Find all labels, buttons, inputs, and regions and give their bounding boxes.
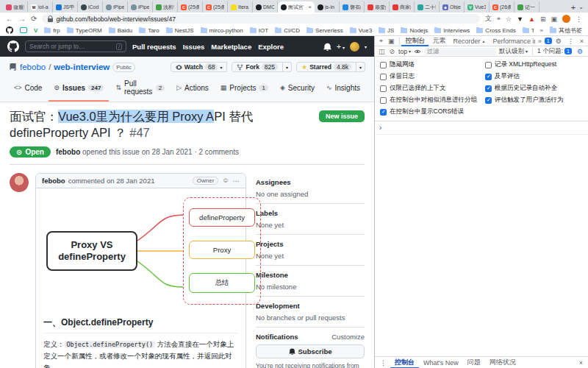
bilibili-bookmark-icon[interactable] bbox=[20, 27, 27, 33]
tab-close-icon[interactable]: × bbox=[308, 4, 312, 10]
github-nav-item[interactable]: Pull requests bbox=[132, 43, 176, 51]
customize-link[interactable]: Customize bbox=[331, 333, 365, 341]
translate-icon[interactable]: 文 bbox=[485, 14, 492, 24]
bookmark-folder[interactable]: mirco-python bbox=[201, 27, 243, 34]
issues-counter-badge[interactable]: 1 bbox=[545, 38, 552, 44]
browser-tab[interactable]: iPipe bbox=[128, 1, 153, 13]
browser-tab[interactable]: ◆ Obje bbox=[440, 1, 465, 13]
browser-tab[interactable]: C (25条 bbox=[178, 1, 203, 13]
assignees-section[interactable]: Assignees No one assigned bbox=[256, 173, 365, 204]
devtools-kebab-icon[interactable]: ⋮ bbox=[565, 38, 576, 45]
browser-tab[interactable]: 微服! bbox=[3, 1, 28, 13]
browser-tab[interactable]: iCod bbox=[78, 1, 103, 13]
bookmarks-overflow-chevron[interactable]: » bbox=[540, 27, 543, 34]
browser-tab[interactable]: Itera bbox=[228, 1, 253, 13]
bookmark-folder[interactable]: Taro bbox=[139, 27, 159, 34]
browser-tab[interactable]: 最爱的 bbox=[365, 1, 390, 13]
console-filter-input[interactable]: 过滤 bbox=[424, 48, 496, 55]
browser-tab[interactable]: 面试官 × bbox=[278, 1, 315, 13]
devtools-close-icon[interactable]: × bbox=[578, 38, 586, 45]
address-bar[interactable]: github.com/febobo/web-interview/issues/4… bbox=[42, 14, 480, 24]
drawer-tab[interactable]: 问题 bbox=[463, 357, 485, 368]
github-nav-item[interactable]: Explore bbox=[258, 43, 284, 51]
extensions-puzzle-icon[interactable]: ⊞ bbox=[540, 15, 546, 23]
labels-section[interactable]: Labels None yet bbox=[256, 204, 365, 235]
devtools-checkbox[interactable]: 及早评估 bbox=[485, 72, 583, 81]
repo-tab[interactable]: ∿ Insights bbox=[321, 77, 365, 102]
console-settings-gear-icon[interactable]: ⚙ bbox=[575, 48, 585, 55]
devtools-tab[interactable]: Recorder ▲ bbox=[449, 36, 489, 46]
development-section[interactable]: Development No branches or pull requests bbox=[256, 297, 365, 328]
live-expression-eye-icon[interactable] bbox=[414, 49, 421, 54]
github-nav-item[interactable]: Marketplace bbox=[211, 43, 251, 51]
device-toolbar-icon[interactable]: ▣ bbox=[386, 38, 397, 45]
bookmark-folder[interactable]: CI/CD bbox=[275, 27, 300, 34]
extension-icon[interactable]: ⌖ bbox=[497, 15, 501, 23]
console-prompt[interactable]: › bbox=[375, 121, 588, 135]
devtools-checkbox[interactable]: 根据历史记录自动补全 bbox=[485, 84, 583, 93]
bookmark-folder[interactable]: TS bbox=[523, 27, 534, 34]
github-search-input[interactable]: Search or jump to… / bbox=[25, 40, 126, 52]
browser-tab[interactable]: 浅析! bbox=[153, 1, 178, 13]
fork-button[interactable]: Fork 825 bbox=[232, 62, 283, 72]
milestone-section[interactable]: Milestone No milestone bbox=[256, 266, 365, 297]
new-issue-button[interactable]: New issue bbox=[319, 110, 365, 122]
star-button[interactable]: ★ Starred 4.8k bbox=[296, 62, 356, 72]
other-bookmarks[interactable]: 其他书签 bbox=[550, 26, 582, 35]
github-logo-icon[interactable] bbox=[7, 40, 19, 52]
inspect-element-icon[interactable]: ⌖ bbox=[377, 37, 385, 45]
bookmark-folder[interactable]: TypeORM bbox=[67, 27, 102, 34]
browser-tab[interactable]: 二十! bbox=[415, 1, 440, 13]
drawer-kebab-icon[interactable]: ⋮ bbox=[378, 359, 389, 367]
browser-tab[interactable]: DMC bbox=[253, 1, 278, 13]
console-sidebar-icon[interactable]: ◫ bbox=[378, 48, 386, 55]
bookmark-folder[interactable]: IOT bbox=[250, 27, 268, 34]
new-tab-button[interactable]: + bbox=[571, 3, 576, 12]
bookmark-folder[interactable]: JS bbox=[379, 27, 394, 34]
back-button[interactable]: ← bbox=[6, 15, 13, 23]
devtools-tab[interactable]: 控制台 bbox=[401, 36, 429, 46]
extension-icon[interactable]: ▲ bbox=[528, 15, 535, 23]
context-dropdown[interactable]: top▾ bbox=[398, 48, 411, 55]
more-tabs-chevron[interactable]: » bbox=[536, 38, 544, 45]
devtools-checkbox[interactable]: 保留日志 bbox=[380, 72, 478, 81]
repo-owner-link[interactable]: febobo bbox=[20, 63, 46, 71]
browser-tab[interactable]: 记一 bbox=[514, 1, 539, 13]
fork-caret[interactable]: ▾ bbox=[283, 62, 292, 72]
browser-tab[interactable]: C (25条 bbox=[203, 1, 228, 13]
settings-gear-icon[interactable]: ⚙ bbox=[553, 38, 564, 45]
extension-icon[interactable]: ▼ bbox=[517, 15, 523, 23]
devtools-tab[interactable]: Performance insights ▲ bbox=[489, 36, 534, 46]
projects-section[interactable]: Projects None yet bbox=[256, 235, 365, 266]
bookmark-folder[interactable]: Interviews bbox=[434, 27, 470, 34]
problems-count[interactable]: 1 个问题:1 bbox=[537, 47, 572, 56]
github-bookmark-icon[interactable] bbox=[6, 26, 13, 34]
browser-tab[interactable]: W iot-a bbox=[28, 1, 53, 13]
browser-tab[interactable]: JS中 bbox=[53, 1, 78, 13]
devtools-checkbox[interactable]: 评估触发了用户激活行为 bbox=[485, 96, 583, 105]
bell-icon[interactable] bbox=[323, 43, 331, 51]
devtools-checkbox[interactable]: 在控制台中对相似消息进行分组 bbox=[380, 96, 478, 105]
devtools-checkbox[interactable]: 记录 XMLHttpRequest bbox=[485, 60, 583, 69]
devtools-tab[interactable]: 元素 bbox=[429, 36, 449, 46]
bookmark-folder[interactable]: Cross Ends bbox=[476, 27, 515, 34]
repo-tab[interactable]: ⊙ Issues 247 bbox=[49, 77, 109, 102]
github-nav-item[interactable]: Issues bbox=[183, 43, 205, 51]
watch-button[interactable]: Watch 68 ▾ bbox=[171, 62, 228, 72]
repo-tab[interactable]: ▦ Projects 1 bbox=[215, 77, 273, 102]
comment-kebab-icon[interactable]: ⋯ bbox=[233, 177, 240, 185]
console-output-area[interactable] bbox=[375, 135, 588, 356]
smiley-reaction-icon[interactable]: ☺ bbox=[222, 177, 229, 184]
repo-tab[interactable]: <> Code bbox=[9, 77, 47, 102]
bookmark-folder[interactable]: Nodejs bbox=[401, 27, 428, 34]
bookmark-star-icon[interactable]: ☆ bbox=[506, 15, 512, 23]
browser-tab[interactable]: 商家( bbox=[390, 1, 415, 13]
create-new-dropdown[interactable]: + ▾ bbox=[337, 42, 345, 51]
bookmark-folder[interactable]: Baidu bbox=[109, 27, 132, 34]
comment-avatar[interactable] bbox=[10, 173, 29, 192]
browser-tab[interactable]: js-in bbox=[315, 1, 340, 13]
comment-author[interactable]: febobo bbox=[42, 177, 65, 185]
drawer-tab[interactable]: 控制台 bbox=[390, 357, 419, 368]
repo-tab[interactable]: ◈ Security bbox=[275, 77, 320, 102]
bookmark-folder[interactable]: Vue3 bbox=[350, 27, 372, 34]
